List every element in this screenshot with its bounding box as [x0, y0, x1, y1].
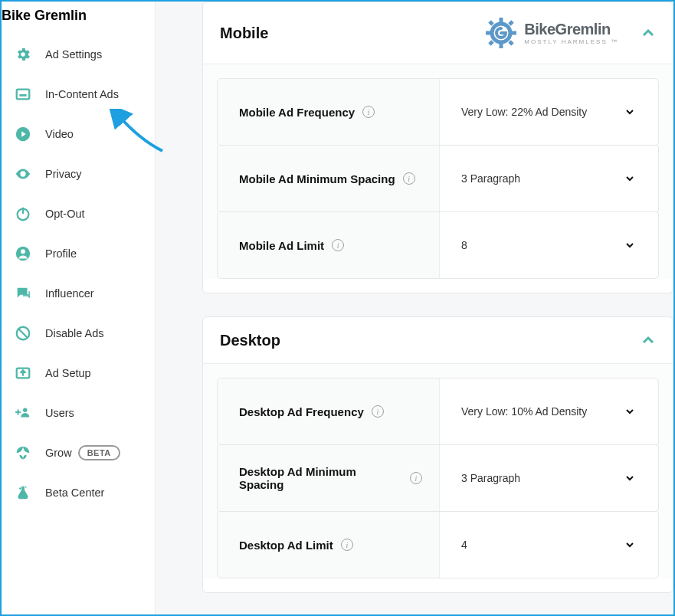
nav-item-in-content-ads[interactable]: In-Content Ads — [2, 74, 155, 114]
setting-value: 3 Paragraph — [461, 472, 520, 484]
svg-point-6 — [21, 249, 25, 254]
setting-value: 4 — [461, 539, 467, 551]
nav-item-label: Video — [45, 128, 74, 140]
setting-label: Desktop Ad Frequency — [239, 405, 364, 418]
svg-line-18 — [490, 21, 493, 25]
panel-mobile-header[interactable]: Mobile — [203, 2, 673, 64]
panel-desktop-header[interactable]: Desktop — [203, 317, 673, 363]
setting-value: Very Low: 22% Ad Density — [461, 106, 587, 118]
setting-value: Very Low: 10% Ad Density — [461, 405, 587, 418]
chevron-down-icon[interactable] — [623, 471, 637, 485]
info-icon[interactable]: i — [362, 106, 375, 118]
setting-desktop-spacing[interactable]: Desktop Ad Minimum Spacing i 3 Paragraph — [217, 444, 659, 512]
setting-label: Mobile Ad Limit — [239, 239, 324, 252]
setting-label: Mobile Ad Frequency — [239, 106, 355, 119]
setting-mobile-spacing[interactable]: Mobile Ad Minimum Spacing i 3 Paragraph — [217, 145, 659, 212]
nav-item-grow[interactable]: Grow BETA — [2, 433, 155, 473]
setting-desktop-limit[interactable]: Desktop Ad Limit i 4 — [217, 511, 659, 578]
info-icon[interactable]: i — [410, 472, 422, 484]
setting-label: Desktop Ad Limit — [239, 539, 333, 552]
chevron-down-icon[interactable] — [623, 405, 637, 418]
svg-line-20 — [490, 41, 493, 44]
setting-label: Desktop Ad Minimum Spacing — [239, 465, 402, 491]
nav-item-label: Opt-Out — [45, 208, 85, 220]
nav-item-label: Influencer — [45, 287, 94, 300]
settings-gear-icon — [14, 45, 32, 64]
info-icon[interactable]: i — [403, 172, 415, 185]
nav-item-video[interactable]: Video — [2, 114, 155, 154]
play-circle-icon — [14, 125, 32, 143]
blocked-icon — [14, 324, 32, 342]
svg-line-19 — [510, 41, 513, 44]
svg-line-8 — [19, 329, 28, 338]
main-content: Mobile — [181, 2, 673, 614]
setting-value: 8 — [461, 239, 467, 251]
info-icon[interactable]: i — [372, 405, 384, 418]
panel-desktop: Desktop Desktop Ad Frequency i Very Low:… — [202, 316, 673, 593]
nav-item-disable-ads[interactable]: Disable Ads — [2, 313, 155, 353]
nav-item-ad-settings[interactable]: Ad Settings — [2, 34, 155, 74]
panel-mobile-body: Mobile Ad Frequency i Very Low: 22% Ad D… — [203, 64, 673, 279]
info-icon[interactable]: i — [332, 239, 344, 251]
nav-item-label: In-Content Ads — [45, 88, 119, 100]
content-box-icon — [14, 85, 32, 103]
nav-item-label: Users — [45, 407, 74, 419]
sidebar: Bike Gremlin Ad Settings In-Content Ads … — [2, 2, 155, 614]
users-add-icon — [14, 404, 32, 422]
nav-item-label: Disable Ads — [45, 327, 104, 339]
svg-point-12 — [25, 487, 27, 488]
nav-item-label: Privacy — [45, 168, 82, 180]
collapse-icon[interactable] — [637, 22, 659, 44]
chevron-down-icon[interactable] — [623, 172, 637, 185]
chevron-down-icon[interactable] — [623, 105, 637, 119]
setting-mobile-limit[interactable]: Mobile Ad Limit i 8 — [217, 211, 659, 279]
nav-item-label: Profile — [45, 247, 77, 260]
svg-rect-1 — [19, 94, 26, 97]
site-title: Bike Gremlin — [2, 6, 155, 34]
panel-mobile: Mobile — [202, 2, 673, 293]
brand-name: BikeGremlin — [524, 21, 610, 38]
nav-item-label: Grow — [45, 447, 72, 459]
eye-icon — [14, 165, 32, 183]
nav-item-users[interactable]: Users — [2, 393, 155, 433]
brand-tagline: MOSTLY HARMLESS ™ — [524, 38, 618, 45]
panel-desktop-title: Desktop — [220, 332, 280, 349]
nav-item-beta-center[interactable]: Beta Center — [2, 473, 155, 513]
chat-icon — [14, 284, 32, 303]
brand-mark: BikeGremlin MOSTLY HARMLESS ™ — [483, 15, 618, 51]
svg-line-21 — [510, 21, 513, 25]
svg-point-10 — [23, 408, 28, 413]
svg-point-11 — [19, 487, 21, 490]
gutter — [155, 2, 181, 614]
setting-label: Mobile Ad Minimum Spacing — [239, 172, 395, 185]
beta-badge: BETA — [78, 445, 120, 460]
setting-mobile-frequency[interactable]: Mobile Ad Frequency i Very Low: 22% Ad D… — [217, 78, 659, 146]
nav-item-label: Ad Settings — [45, 48, 102, 61]
panel-mobile-title: Mobile — [220, 25, 268, 42]
export-box-icon — [14, 364, 32, 382]
info-icon[interactable]: i — [341, 539, 353, 551]
panel-desktop-body: Desktop Ad Frequency i Very Low: 10% Ad … — [203, 363, 673, 578]
nav-item-profile[interactable]: Profile — [2, 234, 155, 274]
setting-desktop-frequency[interactable]: Desktop Ad Frequency i Very Low: 10% Ad … — [217, 378, 659, 445]
leaf-icon — [14, 444, 32, 462]
flask-icon — [14, 483, 32, 502]
nav-item-privacy[interactable]: Privacy — [2, 154, 155, 194]
nav-item-label: Ad Setup — [45, 367, 91, 379]
setting-value: 3 Paragraph — [461, 172, 520, 185]
nav-item-ad-setup[interactable]: Ad Setup — [2, 353, 155, 393]
power-icon — [14, 205, 32, 223]
nav-item-label: Beta Center — [45, 487, 104, 499]
nav-item-influencer[interactable]: Influencer — [2, 274, 155, 313]
nav-item-opt-out[interactable]: Opt-Out — [2, 194, 155, 234]
gear-logo-icon — [483, 15, 519, 51]
collapse-icon[interactable] — [637, 329, 659, 351]
chevron-down-icon[interactable] — [623, 538, 637, 552]
chevron-down-icon[interactable] — [623, 238, 637, 252]
user-circle-icon — [14, 244, 32, 263]
